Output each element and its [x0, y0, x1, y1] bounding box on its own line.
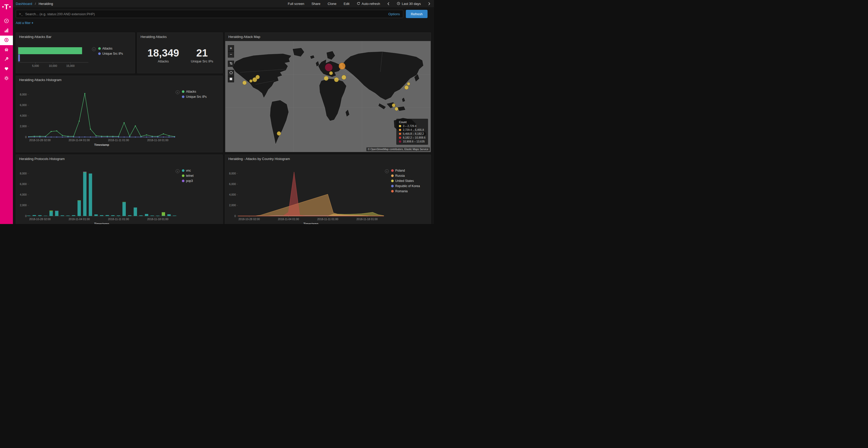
map-draw-rectangle-button[interactable] [228, 76, 234, 82]
sidebar-item-tools[interactable] [0, 55, 13, 64]
breadcrumb-separator: / [35, 2, 36, 6]
legend-item[interactable]: pop3 [182, 179, 193, 183]
metric-label: Unique Src IPs [184, 59, 220, 63]
attack-location-dot[interactable] [324, 76, 329, 81]
map-legend-dot [399, 129, 401, 131]
legend-items: vnctelnetpop3 [182, 169, 193, 183]
map-fit-bounds-button[interactable] [228, 61, 234, 67]
edit-button[interactable]: Edit [344, 2, 349, 6]
svg-text:Timestamp: Timestamp [94, 143, 109, 146]
search-bar: >_ Options [16, 10, 403, 18]
attack-location-dot[interactable] [339, 63, 345, 69]
rectangle-icon [229, 77, 232, 81]
legend-collapse-icon[interactable]: › [176, 169, 180, 173]
attack-location-dot[interactable] [334, 77, 339, 82]
legend-collapse-icon[interactable]: › [176, 90, 180, 94]
add-filter-link[interactable]: Add a filter + [16, 21, 33, 25]
auto-refresh-button[interactable]: Auto-refresh [357, 2, 380, 6]
attack-location-dot[interactable] [407, 82, 410, 85]
clone-button[interactable]: Clone [328, 2, 336, 6]
map-draw-polygon-button[interactable] [228, 70, 234, 76]
legend-collapse-icon[interactable]: › [92, 47, 96, 51]
legend-dot [98, 53, 101, 55]
sidebar-item-home[interactable] [0, 16, 13, 26]
svg-text:5,000: 5,000 [32, 64, 39, 67]
sidebar-item-analytics[interactable] [0, 26, 13, 36]
sidebar-item-health[interactable] [0, 64, 13, 74]
share-button[interactable]: Share [312, 2, 320, 6]
sidebar-item-settings[interactable] [0, 74, 13, 83]
svg-text:2018-11-04 01:00: 2018-11-04 01:00 [278, 217, 299, 221]
svg-text:2018-11-18 01:00: 2018-11-18 01:00 [356, 217, 378, 221]
attack-location-dot[interactable] [405, 85, 409, 90]
panel-heralding-protocols-histogram: Heralding Protocols Histogram 02,0004,00… [16, 154, 223, 224]
attack-location-dot[interactable] [395, 107, 398, 111]
protocols-histogram-chart[interactable]: 02,0004,0006,0008,0002018-10-28 02:00201… [16, 164, 197, 224]
attack-location-dot[interactable] [277, 131, 281, 136]
sidebar-item-dashboards[interactable] [0, 36, 13, 45]
panel-title[interactable]: Heralding Attacks Histogram [16, 76, 222, 82]
attack-map[interactable]: + − Count 3 – 2,729.42,729.4 – 5,455.85,… [225, 41, 431, 152]
refresh-cycle-icon [357, 2, 360, 6]
country-histogram-chart[interactable]: 02,0004,0006,0008,0002018-10-28 02:00201… [225, 164, 406, 224]
panel-title[interactable]: Heralding Attacks [137, 33, 222, 39]
map-legend-label: 10,908.6 – 13,635 [403, 140, 425, 143]
attack-location-dot[interactable] [325, 64, 333, 71]
legend-item[interactable]: vnc [182, 169, 193, 172]
wrench-icon [4, 57, 9, 63]
attack-location-dot[interactable] [249, 79, 252, 82]
top-menu: Full screen Share Clone Edit Auto-refres… [288, 2, 430, 6]
map-legend-dot [399, 125, 401, 127]
svg-text:2018-11-04 01:00: 2018-11-04 01:00 [69, 139, 90, 142]
attack-location-dot[interactable] [255, 75, 259, 79]
panel-title[interactable]: Heralding Attacks Bar [16, 33, 134, 39]
refresh-button[interactable]: Refresh [406, 10, 428, 18]
legend-item[interactable]: Republic of Korea [391, 184, 420, 188]
attacks-histogram-chart[interactable]: 02,0004,0006,0008,0002018-10-28 02:00201… [16, 85, 197, 152]
time-back-button[interactable] [387, 2, 390, 5]
panel-title[interactable]: Heralding Attack Map [225, 33, 431, 39]
attack-location-dot[interactable] [342, 75, 346, 80]
legend-item[interactable]: Attacks [182, 90, 207, 94]
legend-label: Romania [395, 189, 408, 193]
svg-text:2018-11-18 01:00: 2018-11-18 01:00 [147, 139, 168, 142]
auto-refresh-label: Auto-refresh [362, 2, 380, 6]
legend-item[interactable]: Attacks [98, 47, 123, 50]
options-link[interactable]: Options [388, 12, 400, 16]
fullscreen-button[interactable]: Full screen [288, 2, 304, 6]
search-input[interactable] [25, 12, 386, 16]
legend-item[interactable]: Romania [391, 189, 420, 193]
breadcrumb-dashboard-link[interactable]: Dashboard [16, 2, 32, 6]
spy-icon [4, 47, 9, 53]
svg-text:4,000: 4,000 [20, 193, 27, 196]
metric-value: 18,349 [143, 47, 184, 59]
time-forward-button[interactable] [428, 2, 430, 5]
metric-unique-src-ips: 21 Unique Src IPs [184, 47, 220, 63]
legend-item[interactable]: Poland [391, 169, 420, 172]
legend-dot [391, 169, 394, 172]
map-attribution[interactable]: © OpenStreetMap contributors, Elastic Ma… [366, 147, 430, 151]
sidebar: T [0, 0, 13, 224]
legend-item[interactable]: Russia [391, 174, 420, 177]
legend-item[interactable]: Unique Src IPs [182, 95, 207, 99]
legend-item[interactable]: United States [391, 179, 420, 183]
legend-label: Attacks [186, 90, 196, 94]
map-legend-label: 8,182.2 – 10,908.6 [403, 136, 426, 139]
attacks-bar-chart[interactable]: 5,00010,00015,000 [16, 42, 88, 73]
telekom-logo[interactable]: T [0, 0, 13, 14]
legend-item[interactable]: Unique Src IPs [98, 52, 123, 56]
map-zoom-in-button[interactable]: + [228, 45, 234, 51]
legend-label: telnet [186, 174, 193, 177]
attack-location-dot[interactable] [392, 103, 396, 107]
sidebar-item-attack-stats[interactable] [0, 45, 13, 55]
attack-location-dot[interactable] [329, 71, 333, 75]
panel-title[interactable]: Heralding - Attacks by Country Histogram [225, 155, 431, 161]
svg-text:2018-10-28 02:00: 2018-10-28 02:00 [29, 139, 51, 142]
panel-title[interactable]: Heralding Protocols Histogram [16, 155, 222, 161]
time-range-button[interactable]: Last 30 days [397, 2, 421, 6]
legend-item[interactable]: telnet [182, 174, 193, 177]
legend-collapse-icon[interactable]: › [385, 169, 389, 173]
attack-location-dot[interactable] [243, 81, 247, 85]
svg-text:8,000: 8,000 [20, 172, 27, 175]
map-zoom-out-button[interactable]: − [228, 51, 234, 58]
